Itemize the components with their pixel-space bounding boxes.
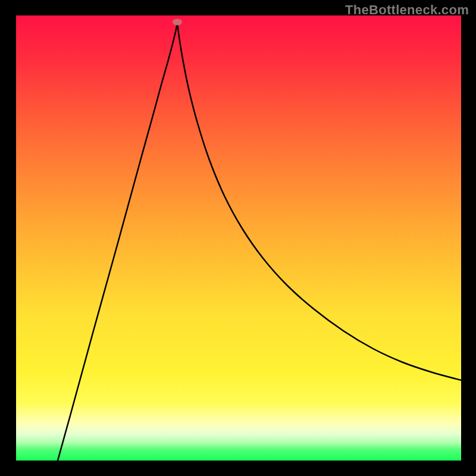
plot-area: [16, 15, 461, 461]
curve-path: [58, 23, 461, 461]
chart-frame: TheBottleneck.com: [0, 0, 476, 476]
bottleneck-curve: [16, 15, 461, 461]
optimal-point-marker: [173, 19, 182, 26]
watermark-text: TheBottleneck.com: [345, 2, 469, 18]
